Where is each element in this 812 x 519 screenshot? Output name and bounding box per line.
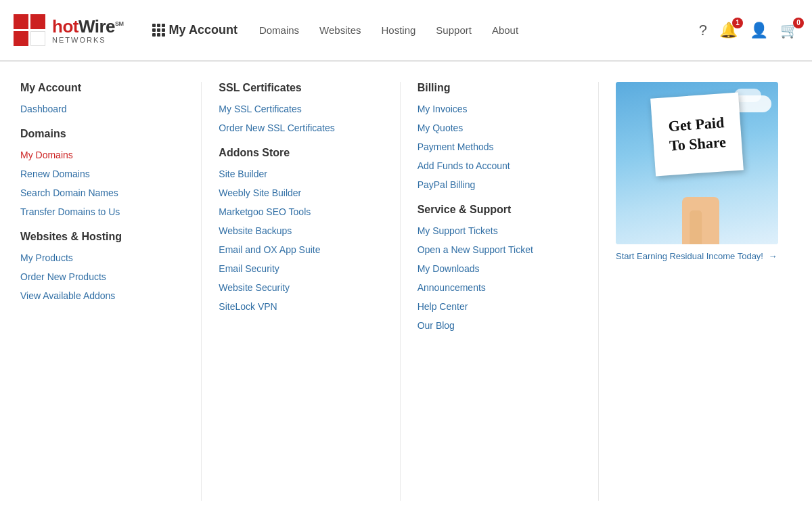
logo-hotwire: hotWireSM [52, 16, 124, 37]
main-nav: Domains Websites Hosting Support About [259, 24, 699, 36]
header-icons: ? 🔔 1 👤 🛒 0 [699, 22, 798, 39]
menu-col-promo: Get PaidTo Share Start Earning Residual … [602, 82, 792, 501]
link-my-downloads[interactable]: My Downloads [418, 263, 581, 274]
logo-networks: NETWORKS [52, 36, 124, 44]
notifications-button[interactable]: 🔔 1 [719, 22, 738, 39]
my-account-button[interactable]: My Account [144, 18, 246, 43]
promo-link[interactable]: Start Earning Residual Income Today! → [616, 251, 778, 261]
nav-hosting[interactable]: Hosting [382, 24, 416, 36]
user-icon: 👤 [750, 22, 768, 39]
logo-sm: SM [115, 20, 124, 27]
link-announcements[interactable]: Announcements [418, 282, 581, 293]
nav-websites[interactable]: Websites [319, 24, 361, 36]
cart-button[interactable]: 🛒 0 [780, 22, 798, 39]
link-my-support-tickets[interactable]: My Support Tickets [418, 225, 581, 236]
dropdown-menu: My Account Dashboard Domains My Domains … [0, 61, 812, 519]
section-title-billing: Billing [418, 82, 581, 94]
promo-box: Get PaidTo Share Start Earning Residual … [616, 82, 778, 261]
link-our-blog[interactable]: Our Blog [418, 320, 581, 331]
link-order-ssl[interactable]: Order New SSL Certificates [219, 122, 382, 133]
link-add-funds[interactable]: Add Funds to Account [418, 160, 581, 171]
link-payment-methods[interactable]: Payment Methods [418, 141, 581, 152]
link-website-security[interactable]: Website Security [219, 282, 382, 293]
section-title-websites-hosting: Websites & Hosting [20, 231, 184, 243]
logo-sq-top-left [14, 14, 28, 29]
account-button[interactable]: 👤 [750, 22, 768, 39]
link-weebly-site-builder[interactable]: Weebly Site Builder [219, 187, 382, 198]
cart-badge: 0 [793, 18, 804, 28]
nav-support[interactable]: Support [436, 24, 472, 36]
link-marketgoo-seo[interactable]: Marketgoo SEO Tools [219, 206, 382, 217]
link-my-quotes[interactable]: My Quotes [418, 122, 581, 133]
section-title-ssl: SSL Certificates [219, 82, 382, 94]
header: hotWireSM NETWORKS My Account Domains We… [0, 0, 812, 61]
section-title-addons-store: Addons Store [219, 147, 382, 159]
promo-image: Get PaidTo Share [616, 82, 778, 244]
logo-sq-top-right [30, 14, 45, 29]
nav-about[interactable]: About [492, 24, 518, 36]
help-button[interactable]: ? [699, 22, 707, 39]
promo-paper: Get PaidTo Share [650, 93, 744, 177]
link-my-ssl[interactable]: My SSL Certificates [219, 104, 382, 114]
logo-wire: Wire [78, 16, 115, 37]
nav-domains[interactable]: Domains [259, 24, 299, 36]
menu-col-3: Billing My Invoices My Quotes Payment Me… [404, 82, 595, 501]
link-search-domain-names[interactable]: Search Domain Names [20, 187, 184, 198]
link-transfer-domains[interactable]: Transfer Domains to Us [20, 206, 184, 217]
link-my-domains[interactable]: My Domains [20, 150, 184, 160]
help-icon: ? [699, 22, 707, 39]
divider-3 [598, 82, 599, 501]
promo-link-label: Start Earning Residual Income Today! [616, 251, 763, 261]
section-title-my-account: My Account [20, 82, 184, 94]
logo-sq-bottom-left [14, 31, 28, 46]
link-my-invoices[interactable]: My Invoices [418, 104, 581, 114]
logo-squares [14, 14, 45, 46]
logo-link[interactable]: hotWireSM NETWORKS [14, 14, 124, 46]
link-website-backups[interactable]: Website Backups [219, 225, 382, 236]
link-open-support-ticket[interactable]: Open a New Support Ticket [418, 244, 581, 255]
link-email-ox-app-suite[interactable]: Email and OX App Suite [219, 244, 382, 255]
link-email-security[interactable]: Email Security [219, 263, 382, 274]
promo-thumb [690, 210, 702, 244]
grid-icon [152, 24, 165, 37]
link-my-products[interactable]: My Products [20, 252, 184, 263]
logo-hot: hot [52, 16, 78, 37]
menu-col-1: My Account Dashboard Domains My Domains … [7, 82, 198, 501]
link-dashboard[interactable]: Dashboard [20, 104, 184, 114]
notification-badge: 1 [732, 18, 743, 28]
link-sitelock-vpn[interactable]: SiteLock VPN [219, 301, 382, 312]
divider-1 [201, 82, 202, 501]
promo-arrow-icon: → [769, 251, 777, 261]
link-order-new-products[interactable]: Order New Products [20, 271, 184, 282]
section-title-domains: Domains [20, 128, 184, 140]
logo-sq-bottom-right [30, 31, 45, 46]
link-site-builder[interactable]: Site Builder [219, 168, 382, 179]
my-account-label: My Account [169, 23, 238, 37]
divider-2 [400, 82, 401, 501]
link-renew-domains[interactable]: Renew Domains [20, 168, 184, 179]
section-title-service-support: Service & Support [418, 204, 581, 216]
logo-text: hotWireSM NETWORKS [52, 16, 124, 44]
link-paypal-billing[interactable]: PayPal Billing [418, 179, 581, 190]
menu-col-2: SSL Certificates My SSL Certificates Ord… [205, 82, 396, 501]
link-view-available-addons[interactable]: View Available Addons [20, 290, 184, 301]
link-help-center[interactable]: Help Center [418, 301, 581, 312]
